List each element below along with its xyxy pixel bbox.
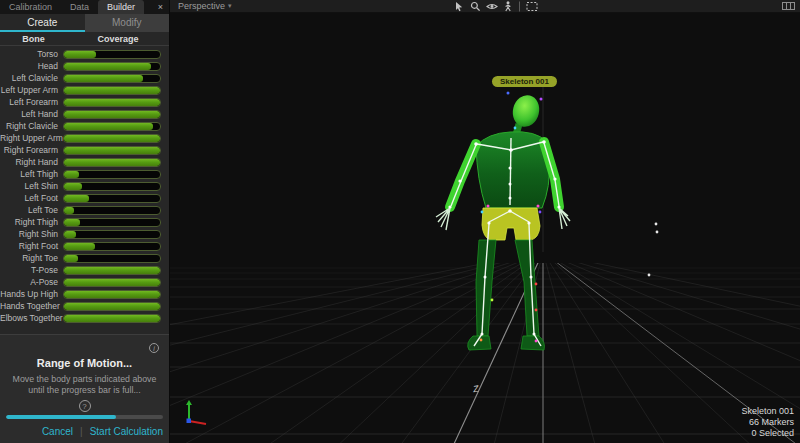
coverage-bar-fill (64, 291, 160, 298)
bone-name: Right Toe (0, 253, 63, 263)
coverage-bar-fill (64, 135, 160, 142)
bone-row[interactable]: Right Clavicle (0, 120, 169, 132)
start-calculation-button[interactable]: Start Calculation (90, 426, 163, 437)
column-headers: Bone Coverage (0, 32, 169, 46)
coverage-bar-fill (64, 75, 143, 82)
coverage-bar-fill (64, 219, 80, 226)
rom-progress-bar (6, 415, 163, 419)
button-divider: | (80, 426, 83, 437)
rom-title: Range of Motion... (0, 357, 169, 369)
visibility-eye-icon[interactable] (486, 1, 498, 12)
coverage-bar (63, 170, 161, 179)
tab-modify[interactable]: Modify (85, 14, 170, 32)
coverage-bar (63, 242, 161, 251)
status-skeleton-name: Skeleton 001 (741, 406, 794, 417)
coverage-bar-fill (64, 171, 79, 178)
coverage-bar-fill (64, 279, 160, 286)
coverage-bar-fill (64, 315, 160, 322)
coverage-bar-fill (64, 207, 74, 214)
column-coverage: Coverage (67, 34, 169, 44)
info-icon[interactable]: i (149, 343, 159, 353)
bone-name: Hands Together (0, 301, 63, 311)
tab-data[interactable]: Data (61, 0, 98, 14)
bone-row[interactable]: Right Thigh (0, 216, 169, 228)
chevron-down-icon: ▾ (228, 2, 232, 10)
coverage-bar (63, 230, 161, 239)
skeleton-name-label[interactable]: Skeleton 001 (492, 76, 557, 87)
coverage-bar-fill (64, 147, 160, 154)
bone-name: Right Clavicle (0, 121, 63, 131)
bone-row[interactable]: Left Clavicle (0, 72, 169, 84)
viewport-3d[interactable]: Perspective ▾ (170, 0, 800, 443)
bone-row[interactable]: Right Toe (0, 252, 169, 264)
bone-row[interactable]: Left Upper Arm (0, 84, 169, 96)
coverage-bar (63, 158, 161, 167)
bone-name: Head (0, 61, 63, 71)
bone-row[interactable]: Left Forearm (0, 96, 169, 108)
bone-row[interactable]: T-Pose (0, 264, 169, 276)
bone-name: Right Foot (0, 241, 63, 251)
bone-name: Left Forearm (0, 97, 63, 107)
coverage-bar (63, 74, 161, 83)
coverage-bar (63, 50, 161, 59)
coverage-bar-fill (64, 87, 160, 94)
bone-row[interactable]: Head (0, 60, 169, 72)
bone-row[interactable]: Hands Together (0, 300, 169, 312)
coverage-bar (63, 194, 161, 203)
coverage-bar-fill (64, 267, 160, 274)
coverage-bar (63, 122, 161, 131)
coverage-bar-fill (64, 231, 76, 238)
view-label: Perspective (178, 1, 225, 11)
bone-row[interactable]: Left Foot (0, 192, 169, 204)
coverage-bar (63, 314, 161, 323)
bone-name: Left Toe (0, 205, 63, 215)
viewport-layout-icon[interactable] (782, 2, 795, 12)
bone-row[interactable]: Right Forearm (0, 144, 169, 156)
tab-create[interactable]: Create (0, 14, 85, 32)
view-selector[interactable]: Perspective ▾ (178, 1, 232, 11)
close-icon[interactable]: × (152, 0, 169, 14)
rom-description: Move the body parts indicated above unti… (0, 374, 169, 396)
coverage-bar (63, 278, 161, 287)
builder-panel: Calibration Data Builder × Create Modify… (0, 0, 170, 443)
coverage-bar-fill (64, 303, 160, 310)
bone-row[interactable]: Torso (0, 48, 169, 60)
bone-name: Left Thigh (0, 169, 63, 179)
viewport-tools (454, 1, 538, 12)
bone-name: Torso (0, 49, 63, 59)
help-icon[interactable]: ? (79, 400, 91, 412)
coverage-bar (63, 206, 161, 215)
select-skeleton-icon[interactable] (503, 1, 513, 12)
select-cursor-icon[interactable] (454, 1, 465, 12)
cancel-button[interactable]: Cancel (42, 426, 73, 437)
bone-name: Left Hand (0, 109, 63, 119)
tab-builder[interactable]: Builder (98, 0, 144, 14)
scene-canvas[interactable] (170, 0, 800, 443)
marquee-select-icon[interactable] (526, 1, 538, 12)
bone-row[interactable]: Left Thigh (0, 168, 169, 180)
status-selected-count: 0 Selected (741, 428, 794, 439)
bone-row[interactable]: Right Hand (0, 156, 169, 168)
axis-gizmo-icon (186, 400, 206, 424)
bone-name: Right Forearm (0, 145, 63, 155)
bone-name: T-Pose (0, 265, 63, 275)
skeleton-avatar[interactable] (436, 92, 570, 351)
bone-row[interactable]: Hands Up High (0, 288, 169, 300)
status-marker-count: 66 Markers (741, 417, 794, 428)
bone-name: Left Foot (0, 193, 63, 203)
bone-name: Right Shin (0, 229, 63, 239)
motive-app: Calibration Data Builder × Create Modify… (0, 0, 800, 443)
mode-tabs: Create Modify (0, 14, 169, 32)
bone-row[interactable]: Left Shin (0, 180, 169, 192)
bone-row[interactable]: Right Foot (0, 240, 169, 252)
bone-row[interactable]: A-Pose (0, 276, 169, 288)
tab-calibration[interactable]: Calibration (0, 0, 61, 14)
selection-status: Skeleton 001 66 Markers 0 Selected (741, 406, 794, 439)
range-of-motion-section: i Range of Motion... Move the body parts… (0, 334, 169, 443)
bone-row[interactable]: Right Upper Arm (0, 132, 169, 144)
bone-row[interactable]: Left Toe (0, 204, 169, 216)
bone-row[interactable]: Right Shin (0, 228, 169, 240)
bone-row[interactable]: Elbows Together (0, 312, 169, 324)
bone-row[interactable]: Left Hand (0, 108, 169, 120)
zoom-tool-icon[interactable] (470, 1, 481, 12)
